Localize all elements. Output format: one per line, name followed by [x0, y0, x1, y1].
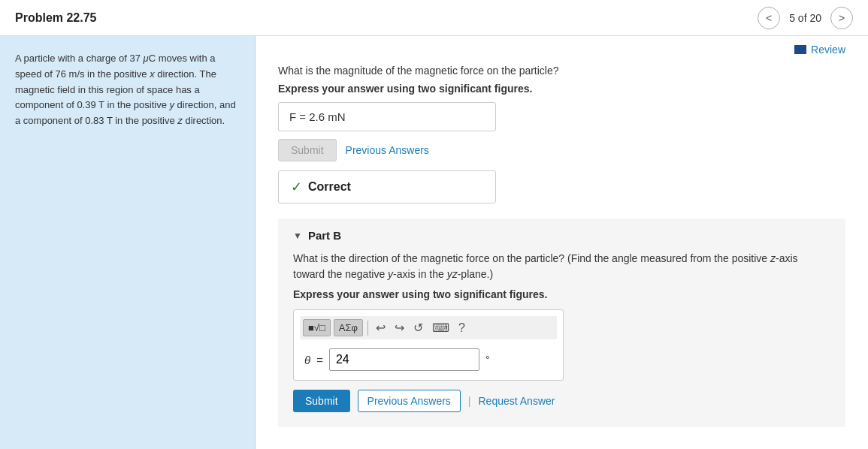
math-input-container: ■√□ ΑΣφ ↩ ↪ ↺ ⌨ ? θ = ° [293, 309, 564, 381]
part-a-submit-button: Submit [278, 139, 337, 161]
navigation: < 5 of 20 > [758, 7, 853, 29]
collapse-arrow-icon[interactable]: ▼ [293, 231, 302, 241]
angle-input[interactable] [329, 348, 479, 371]
help-button[interactable]: ? [455, 320, 468, 336]
review-label: Review [811, 44, 845, 56]
math-toolbar: ■√□ ΑΣφ ↩ ↪ ↺ ⌨ ? [300, 316, 557, 339]
button-divider: | [468, 395, 471, 407]
part-a-question: What is the magnitude of the magnetic fo… [278, 65, 845, 77]
review-bar: Review [278, 44, 845, 56]
request-answer-button[interactable]: Request Answer [479, 390, 555, 411]
review-icon [794, 45, 806, 54]
part-b-prev-answers-button[interactable]: Previous Answers [358, 390, 461, 412]
correct-label: Correct [308, 180, 351, 194]
part-a-instruction: Express your answer using two significan… [278, 83, 845, 95]
greek-button[interactable]: ΑΣφ [334, 319, 363, 336]
problem-title: Problem 22.75 [15, 11, 97, 25]
context-text: A particle with a charge of 37 μC moves … [15, 51, 240, 129]
correct-badge: ✓ Correct [278, 170, 496, 203]
part-b-submit-row: Submit Previous Answers | Request Answer [293, 390, 830, 412]
part-b-section: ▼ Part B What is the direction of the ma… [278, 218, 845, 427]
reset-button[interactable]: ↺ [410, 319, 426, 336]
part-a-prev-answers-link[interactable]: Previous Answers [346, 144, 429, 156]
part-a-answer-display: F = 2.6 mN [278, 102, 496, 131]
sqrt-icon: ■√□ [308, 322, 325, 333]
checkmark-icon: ✓ [291, 179, 302, 195]
redo-button[interactable]: ↪ [392, 319, 407, 336]
part-b-instruction: Express your answer using two significan… [293, 288, 830, 300]
problem-context: A particle with a charge of 37 μC moves … [0, 36, 256, 449]
theta-label: θ [304, 354, 310, 366]
equals-sign: = [316, 354, 323, 366]
keyboard-button[interactable]: ⌨ [429, 319, 452, 336]
degree-symbol: ° [485, 354, 490, 366]
page-counter: 5 of 20 [789, 12, 821, 24]
prev-button[interactable]: < [758, 7, 780, 29]
undo-button[interactable]: ↩ [373, 319, 389, 336]
review-link[interactable]: Review [794, 44, 845, 56]
next-button[interactable]: > [830, 7, 853, 29]
keyboard-icon: ⌨ [432, 321, 449, 334]
part-b-title: Part B [308, 229, 341, 242]
part-a-submit-row: Submit Previous Answers [278, 139, 845, 161]
math-sqrt-button[interactable]: ■√□ [303, 319, 331, 336]
header: Problem 22.75 < 5 of 20 > [0, 0, 868, 36]
right-panel: Review What is the magnitude of the magn… [256, 36, 868, 449]
main-layout: A particle with a charge of 37 μC moves … [0, 36, 868, 449]
part-b-header: ▼ Part B [293, 229, 830, 242]
toolbar-divider [367, 321, 368, 336]
part-b-submit-button[interactable]: Submit [293, 390, 350, 412]
part-b-question: What is the direction of the magnetic fo… [293, 251, 830, 282]
math-input-row: θ = ° [300, 345, 557, 374]
part-a-area: What is the magnitude of the magnetic fo… [278, 65, 845, 203]
